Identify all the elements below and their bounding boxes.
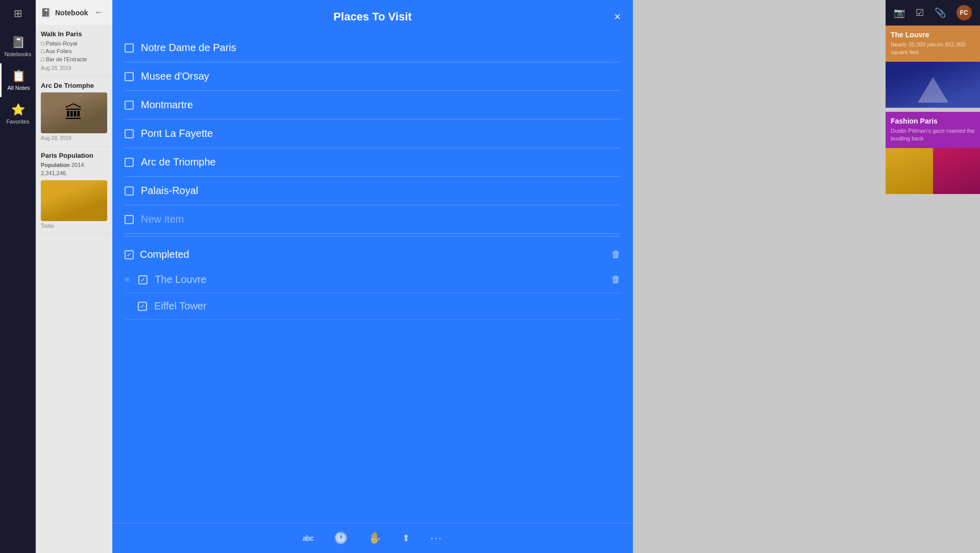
modal-content: Notre Dame de Paris Musee d'Orsay Montma… xyxy=(112,34,633,523)
completed-item-louvre[interactable]: ≡ ✓ The Louvre 🗑 xyxy=(125,267,621,293)
clock-button[interactable]: 🕐 xyxy=(334,532,348,545)
note-card-paris-pop[interactable]: Paris Population Population 2014: 2,241,… xyxy=(36,147,112,234)
back-arrow[interactable]: ← xyxy=(94,7,104,18)
checkbox-pont[interactable] xyxy=(125,129,134,138)
completed-section-header: ✓ Completed 🗑 xyxy=(125,238,621,267)
checkbox-musee[interactable] xyxy=(125,72,134,81)
checkbox-palais[interactable] xyxy=(125,186,134,196)
checkbox-montmartre[interactable] xyxy=(125,101,134,110)
sidebar-label-notebooks: Notebooks xyxy=(5,51,32,57)
checklist-text-louvre: The Louvre xyxy=(155,274,206,285)
sub-item-1: □ Palais-Royal xyxy=(41,40,107,47)
right-toolbar: 📷 ☑ 📎 FC xyxy=(886,0,980,26)
checkbox-notre-dame[interactable] xyxy=(125,43,134,53)
note-title: Paris Population xyxy=(41,152,107,159)
louvre-card-content: The Louvre Nearly 35,000 pieces 652,300 … xyxy=(886,26,980,62)
hand-icon: ✋ xyxy=(368,532,382,545)
sub-item-3: □ Bar de l'Entracte xyxy=(41,56,107,63)
right-card-fashion[interactable]: Fashion Paris Dustin Pittman's gaze roam… xyxy=(886,112,980,194)
completed-label: Completed xyxy=(140,249,189,260)
note-date: Aug 28, 2019 xyxy=(41,135,107,141)
checklist-item-notre-dame[interactable]: Notre Dame de Paris xyxy=(125,34,621,62)
grid-icon[interactable]: ⊞ xyxy=(14,7,22,19)
completed-item-eiffel[interactable]: ✓ Eiffel Tower xyxy=(125,293,621,320)
right-panel: 📷 ☑ 📎 FC The Louvre Nearly 35,000 pieces… xyxy=(886,0,980,553)
note-sub: Population 2014: xyxy=(41,161,107,169)
favorites-icon: ⭐ xyxy=(11,103,25,116)
completed-delete-button[interactable]: 🗑 xyxy=(611,249,621,260)
louvre-title: The Louvre xyxy=(891,31,975,39)
arc-image xyxy=(41,92,107,133)
abc-icon: abc xyxy=(303,534,313,542)
fashion-card-content: Fashion Paris Dustin Pittman's gaze roam… xyxy=(886,112,980,148)
checklist-text-musee: Musee d'Orsay xyxy=(141,70,209,82)
checkbox-new[interactable] xyxy=(125,215,134,224)
modal-header: Places To Visit × xyxy=(112,0,633,34)
checklist-item-musee[interactable]: Musee d'Orsay xyxy=(125,62,621,91)
abc-button[interactable]: abc xyxy=(303,534,313,542)
sidebar-item-notebooks[interactable]: 📓 Notebooks xyxy=(0,30,36,63)
more-icon: ··· xyxy=(430,532,443,545)
note-sub-2: 2,241,246. xyxy=(41,170,107,177)
notebook-icon: 📓 xyxy=(41,8,51,17)
completed-checkbox-icon: ✓ xyxy=(125,250,134,259)
louvre-text: Nearly 35,000 pieces 652,300 square feet xyxy=(891,41,975,57)
notebooks-icon: 📓 xyxy=(11,36,25,49)
share-button[interactable]: ⬆ xyxy=(402,533,410,544)
pop-year: 2014: xyxy=(71,162,86,168)
camera-icon[interactable]: 📷 xyxy=(894,7,905,18)
note-title: Walk In Paris xyxy=(41,30,107,38)
note-date: Aug 28, 2019 xyxy=(41,65,107,71)
clock-icon: 🕐 xyxy=(334,532,348,545)
checkbox-eiffel[interactable]: ✓ xyxy=(138,302,147,311)
note-date: Today xyxy=(41,223,107,229)
checklist-text-eiffel: Eiffel Tower xyxy=(154,300,207,312)
right-card-louvre[interactable]: The Louvre Nearly 35,000 pieces 652,300 … xyxy=(886,26,980,108)
checklist-item-pont[interactable]: Pont La Fayette xyxy=(125,119,621,148)
note-card-walk-in-paris[interactable]: Walk In Paris □ Palais-Royal □ Aux Folie… xyxy=(36,25,112,77)
sidebar-item-all-notes[interactable]: 📋 All Notes xyxy=(0,63,36,97)
paperclip-icon[interactable]: 📎 xyxy=(935,7,946,18)
note-list-panel: 📓 Notebook ← Walk In Paris □ Palais-Roya… xyxy=(36,0,112,553)
sidebar-label-favorites: Favorites xyxy=(6,118,29,125)
sub-item-2: □ Aux Folies xyxy=(41,47,107,55)
checkbox-arc[interactable] xyxy=(125,158,134,167)
paris-image xyxy=(41,180,107,221)
sidebar-item-favorites[interactable]: ⭐ Favorites xyxy=(0,97,36,131)
modal-title: Places To Visit xyxy=(333,10,411,23)
fashion-title: Fashion Paris xyxy=(891,117,975,125)
checklist-new-item[interactable]: New Item xyxy=(125,205,621,234)
note-sub: □ Palais-Royal □ Aux Folies □ Bar de l'E… xyxy=(41,40,107,63)
pyramid-shape xyxy=(918,77,948,103)
avatar-initials: FC xyxy=(960,9,968,16)
share-icon: ⬆ xyxy=(402,533,410,544)
left-sidebar: ⊞ 📓 Notebooks 📋 All Notes ⭐ Favorites xyxy=(0,0,36,553)
louvre-image xyxy=(886,62,980,108)
checklist-text-notre-dame: Notre Dame de Paris xyxy=(141,42,236,54)
louvre-delete-button[interactable]: 🗑 xyxy=(611,274,621,285)
check-icon[interactable]: ☑ xyxy=(916,7,924,18)
modal-footer: abc 🕐 ✋ ⬆ ··· xyxy=(112,523,633,553)
sidebar-label-all-notes: All Notes xyxy=(7,85,30,91)
fashion-img-left xyxy=(886,148,933,194)
fashion-text: Dustin Pittman's gaze roamed the bustlin… xyxy=(891,127,975,143)
checklist-item-montmartre[interactable]: Montmartre xyxy=(125,91,621,119)
modal-close-button[interactable]: × xyxy=(614,11,621,22)
note-list-header: 📓 Notebook ← xyxy=(36,0,112,25)
checkbox-louvre[interactable]: ✓ xyxy=(138,275,148,284)
note-title: Arc De Triomphe xyxy=(41,82,107,89)
separator xyxy=(125,236,621,236)
fashion-img-right xyxy=(933,148,981,194)
checklist-text-pont: Pont La Fayette xyxy=(141,128,213,139)
checklist-new-placeholder: New Item xyxy=(141,213,184,225)
avatar[interactable]: FC xyxy=(957,5,972,20)
checklist-item-arc[interactable]: Arc de Triomphe xyxy=(125,148,621,177)
fashion-images xyxy=(886,148,980,194)
note-card-arc[interactable]: Arc De Triomphe Aug 28, 2019 xyxy=(36,77,112,147)
more-button[interactable]: ··· xyxy=(430,532,443,545)
hand-button[interactable]: ✋ xyxy=(368,532,382,545)
modal-places-to-visit: Places To Visit × Notre Dame de Paris Mu… xyxy=(112,0,633,553)
notebook-title: Notebook xyxy=(55,9,88,17)
checklist-text-montmartre: Montmartre xyxy=(141,99,193,111)
checklist-item-palais[interactable]: Palais-Royal xyxy=(125,177,621,205)
